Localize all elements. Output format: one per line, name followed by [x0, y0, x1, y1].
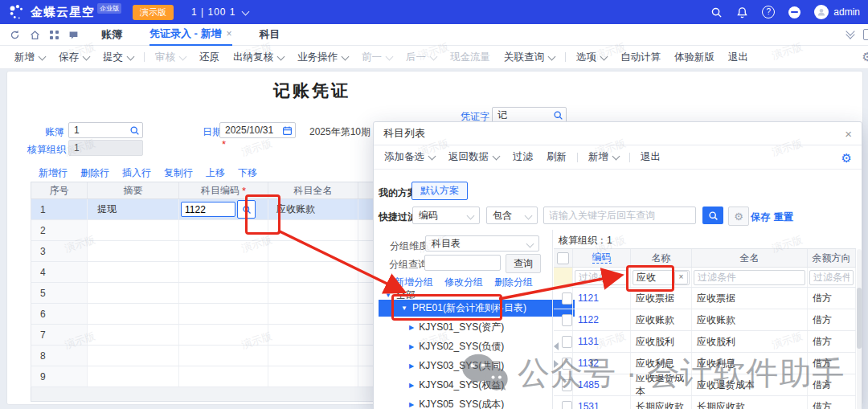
row-summary-cell[interactable] [88, 262, 179, 282]
row-code-cell[interactable] [179, 304, 268, 324]
account-row[interactable]: 1132应收利息应收利息借方 [554, 353, 856, 374]
row-op-link[interactable]: 插入行 [122, 166, 151, 180]
row-checkbox[interactable] [562, 379, 572, 391]
voucher-word-field[interactable] [492, 107, 567, 123]
row-summary-cell[interactable]: 提现 [88, 199, 179, 219]
help-icon[interactable]: ? [762, 6, 775, 18]
avatar[interactable] [814, 5, 829, 19]
row-op-link[interactable]: 上移 [206, 166, 225, 180]
row-fullname-cell[interactable] [268, 304, 358, 324]
apps-grid-icon[interactable] [50, 31, 59, 39]
row-code-cell[interactable] [179, 241, 268, 261]
toolbar-item[interactable]: 保存 [59, 51, 89, 64]
tree-node[interactable]: ▼PRE01(新会计准则科目表) [379, 300, 575, 317]
message-icon[interactable] [68, 30, 79, 40]
row-fullname-cell[interactable] [268, 325, 358, 345]
table-scrollbar[interactable] [857, 249, 862, 409]
row-fullname-cell[interactable] [268, 241, 358, 261]
row-checkbox[interactable] [562, 358, 572, 370]
tree-collapsed-icon[interactable]: ▶ [409, 343, 414, 350]
tree-expanded-icon[interactable]: ▼ [401, 305, 407, 312]
toolbar-item[interactable]: 选项 [576, 51, 607, 64]
row-op-link[interactable]: 复制行 [164, 166, 193, 180]
toolbar-item[interactable]: 新增 [588, 150, 619, 164]
sync-icon[interactable] [10, 30, 20, 40]
account-row[interactable]: 1131应收股利应收股利借方 [554, 331, 856, 353]
row-code-cell[interactable] [179, 199, 268, 219]
tree-node[interactable]: ▶KJYS05_SYS(成本) [374, 396, 504, 409]
row-fullname-cell[interactable] [268, 262, 358, 282]
row-code-cell[interactable] [179, 325, 268, 345]
group-search-field[interactable] [424, 255, 501, 271]
minimize-icon[interactable] [788, 6, 800, 18]
chevron-down-icon[interactable] [241, 7, 249, 15]
filter-field-select[interactable]: 编码 [412, 207, 480, 224]
tree-node[interactable]: ▶KJYS03_SYS(共同) [374, 358, 504, 374]
toolbar-item[interactable]: 退出 [728, 51, 748, 64]
reset-filter-link[interactable]: 重置 [774, 211, 793, 224]
bell-icon[interactable] [736, 6, 748, 18]
collapse-tabs-icon[interactable] [847, 31, 854, 38]
tab-close-icon[interactable]: × [227, 28, 232, 39]
row-op-link[interactable]: 下移 [238, 166, 257, 180]
account-code-cell[interactable]: 1121 [573, 288, 631, 309]
row-summary-cell[interactable] [88, 241, 179, 261]
tab-item[interactable]: 科目 [260, 24, 280, 45]
row-fullname-cell[interactable] [268, 346, 358, 366]
toolbar-item[interactable]: 出纳复核 [233, 51, 284, 64]
org-context-selector[interactable]: 1 | 100 1 [191, 6, 236, 18]
account-code-cell[interactable]: 1531 [573, 396, 631, 409]
group-op-link[interactable]: 删除分组 [494, 276, 533, 289]
row-code-cell[interactable] [179, 366, 268, 387]
search-icon[interactable] [710, 6, 723, 18]
tree-collapsed-icon[interactable]: ▶ [409, 324, 414, 331]
tree-collapsed-icon[interactable]: ▶ [409, 382, 414, 389]
row-summary-cell[interactable] [88, 325, 179, 345]
tab-item[interactable]: 凭证录入 - 新增× [149, 23, 232, 46]
row-fullname-cell[interactable] [268, 283, 358, 303]
account-code-cell[interactable]: 1485 [573, 374, 631, 395]
toolbar-item[interactable]: 新增 [14, 51, 45, 64]
close-icon[interactable]: × [845, 128, 852, 140]
row-checkbox[interactable] [562, 292, 572, 305]
book-field[interactable] [68, 122, 143, 138]
account-code-cell[interactable]: 1132 [573, 353, 631, 374]
row-summary-cell[interactable] [88, 283, 179, 303]
toolbar-item[interactable]: 关联查询 [504, 51, 555, 64]
group-op-link[interactable]: 修改分组 [444, 276, 483, 289]
filter-operator-select[interactable]: 包含 [486, 207, 538, 224]
search-button[interactable] [702, 207, 723, 224]
toolbar-item[interactable]: 体验新版 [674, 51, 714, 64]
tree-collapsed-icon[interactable]: ▶ [409, 401, 414, 408]
row-code-cell[interactable] [179, 283, 268, 303]
toolbar-item[interactable]: 添加备选 [384, 150, 435, 164]
fullscreen-icon[interactable] [863, 29, 868, 40]
account-row[interactable]: 1531长期应收款长期应收款借方 [554, 396, 856, 409]
toolbar-item[interactable]: 提交 [103, 51, 133, 64]
keyword-search-field[interactable] [543, 207, 696, 224]
tree-expanded-icon[interactable]: ▼ [385, 292, 391, 299]
account-row[interactable]: 1485应收退货成本应收退货成本借方 [554, 374, 856, 396]
row-summary-cell[interactable] [88, 220, 179, 240]
calendar-icon[interactable] [282, 125, 293, 136]
code-filter-input[interactable] [575, 270, 628, 285]
magnifier-icon[interactable] [129, 125, 140, 136]
toolbar-item[interactable]: 业务操作 [297, 51, 348, 64]
row-fullname-cell[interactable]: 应收账款 [268, 199, 358, 219]
row-op-link[interactable]: 删除行 [80, 166, 109, 180]
keyword-search-input[interactable] [543, 207, 696, 224]
toolbar-item[interactable]: 过滤 [513, 150, 533, 164]
username-label[interactable]: admin [833, 6, 860, 18]
row-code-cell[interactable] [179, 220, 268, 240]
home-icon[interactable] [30, 30, 40, 40]
tab-item[interactable]: 账簿 [101, 24, 122, 45]
row-fullname-cell[interactable] [268, 220, 358, 240]
tree-node[interactable]: ▶KJYS02_SYS(负债) [374, 338, 504, 354]
toolbar-settings-gear-icon[interactable]: ⚙ [862, 50, 868, 64]
scrollbar-thumb[interactable] [857, 288, 862, 349]
group-query-button[interactable]: 查询 [506, 254, 541, 273]
row-checkbox[interactable] [562, 401, 572, 409]
group-search-input[interactable] [424, 255, 501, 271]
row-checkbox[interactable] [562, 336, 572, 348]
account-row[interactable]: 1122应收账款应收账款借方 [554, 309, 856, 331]
